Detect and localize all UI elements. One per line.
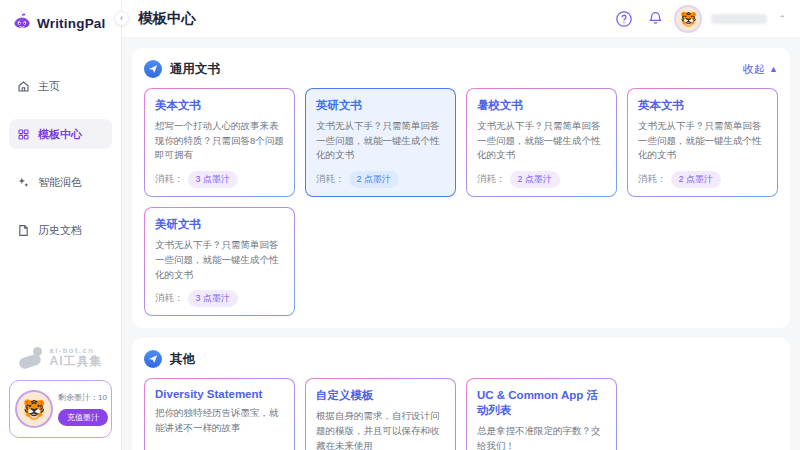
main-area: ‹ 模板中心 🐯 ⌃ 通用文书 [122, 0, 800, 450]
template-card[interactable]: UC & Common App 活动列表总是拿捏不准限定的字数？交给我们！消耗：… [466, 378, 617, 450]
section-title: 其他 [170, 351, 195, 368]
page-title: 模板中心 [138, 9, 196, 28]
document-icon [17, 224, 30, 237]
sidebar-item-history[interactable]: 历史文档 [9, 215, 112, 245]
card-title: 暑校文书 [477, 98, 606, 113]
card-cost-row: 消耗：2 点墨汁 [477, 163, 606, 188]
template-center-content: 通用文书 收起 ▲ 美本文书想写一个打动人心的故事来表现你的特质？只需回答8个问… [122, 38, 800, 450]
section-header: 其他 [144, 348, 778, 370]
ink-remaining-label: 剩余墨汁：10 [58, 392, 107, 403]
user-avatar[interactable]: 🐯 [676, 7, 700, 31]
notifications-bell-icon[interactable] [645, 9, 665, 29]
card-cost-row: 消耗：3 点墨汁 [155, 282, 284, 307]
section-title: 通用文书 [170, 61, 220, 78]
card-description: 文书无从下手？只需简单回答一些问题，就能一键生成个性化的文书 [638, 119, 767, 163]
card-description: 总是拿捏不准限定的字数？交给我们！ [477, 424, 606, 450]
cost-label: 消耗： [477, 173, 506, 186]
cost-badge: 2 点墨汁 [510, 171, 561, 188]
template-card[interactable]: 英研文书文书无从下手？只需简单回答一些问题，就能一键生成个性化的文书消耗：2 点… [305, 88, 456, 197]
template-card-grid: 美本文书想写一个打动人心的故事来表现你的特质？只需回答8个问题即可拥有消耗：3 … [144, 88, 778, 316]
card-title: 美本文书 [155, 98, 284, 113]
cost-badge: 3 点墨汁 [188, 171, 239, 188]
cost-label: 消耗： [638, 173, 667, 186]
home-icon [17, 80, 30, 93]
topbar: 模板中心 🐯 ⌃ [122, 0, 800, 38]
app-logo[interactable]: WritingPal [0, 0, 121, 43]
card-title: 美研文书 [155, 217, 284, 232]
sidebar-item-label: 主页 [38, 79, 60, 94]
user-name-blurred [711, 14, 767, 24]
card-title: 英研文书 [316, 98, 445, 113]
card-description: 文书无从下手？只需简单回答一些问题，就能一键生成个性化的文书 [316, 119, 445, 163]
template-card[interactable]: 美研文书文书无从下手？只需简单回答一些问题，就能一键生成个性化的文书消耗：3 点… [144, 207, 295, 316]
sidebar-item-polish[interactable]: 智能润色 [9, 167, 112, 197]
card-title: Diversity Statement [155, 388, 284, 400]
app-name: WritingPal [37, 16, 106, 31]
sidebar-menu: 主页 模板中心 智能润色 历史文档 [0, 43, 121, 263]
cost-label: 消耗： [155, 173, 184, 186]
help-icon[interactable] [614, 9, 634, 29]
template-card-grid: Diversity Statement把你的独特经历告诉墨宝，就能讲述不一样的故… [144, 378, 778, 450]
send-icon [144, 60, 162, 78]
sidebar: WritingPal 主页 模板中心 智能润色 历史文档 ai-bo [0, 0, 122, 450]
cost-badge: 2 点墨汁 [671, 171, 722, 188]
template-card[interactable]: Diversity Statement把你的独特经历告诉墨宝，就能讲述不一样的故… [144, 378, 295, 450]
card-description: 把你的独特经历告诉墨宝，就能讲述不一样的故事 [155, 406, 284, 435]
ink-balance-card: 🐯 剩余墨汁：10 充值墨汁 [9, 380, 112, 438]
grid-icon [17, 128, 30, 141]
template-card[interactable]: 暑校文书文书无从下手？只需简单回答一些问题，就能一键生成个性化的文书消耗：2 点… [466, 88, 617, 197]
card-description: 文书无从下手？只需简单回答一些问题，就能一键生成个性化的文书 [477, 119, 606, 163]
section-other: 其他 Diversity Statement把你的独特经历告诉墨宝，就能讲述不一… [132, 338, 790, 450]
section-general-docs: 通用文书 收起 ▲ 美本文书想写一个打动人心的故事来表现你的特质？只需回答8个问… [132, 48, 790, 328]
send-icon [144, 350, 162, 368]
template-card[interactable]: 自定义模板根据自身的需求，自行设计问题的模版，并且可以保存和收藏在未来使用消耗：… [305, 378, 456, 450]
sidebar-collapse-button[interactable]: ‹ [114, 11, 129, 26]
watermark-line2: AI工具集 [50, 355, 103, 368]
sidebar-item-label: 历史文档 [38, 223, 82, 238]
section-header: 通用文书 收起 ▲ [144, 58, 778, 80]
cost-label: 消耗： [316, 173, 345, 186]
collapse-section-button[interactable]: 收起 ▲ [743, 62, 778, 77]
app-root: WritingPal 主页 模板中心 智能润色 历史文档 ai-bo [0, 0, 800, 450]
card-cost-row: 消耗：3 点墨汁 [155, 163, 284, 188]
card-cost-row: 消耗：2 点墨汁 [316, 163, 445, 188]
topbar-actions: 🐯 ⌃ [614, 7, 786, 31]
chevron-up-icon: ▲ [769, 64, 778, 74]
template-card[interactable]: 英本文书文书无从下手？只需简单回答一些问题，就能一键生成个性化的文书消耗：2 点… [627, 88, 778, 197]
card-title: 自定义模板 [316, 388, 445, 403]
template-card[interactable]: 美本文书想写一个打动人心的故事来表现你的特质？只需回答8个问题即可拥有消耗：3 … [144, 88, 295, 197]
cost-badge: 2 点墨汁 [349, 171, 400, 188]
chevron-up-icon[interactable]: ⌃ [778, 14, 786, 24]
sidebar-item-home[interactable]: 主页 [9, 71, 112, 101]
cost-label: 消耗： [155, 292, 184, 305]
collapse-label: 收起 [743, 62, 765, 77]
recharge-ink-button[interactable]: 充值墨汁 [58, 409, 108, 426]
card-description: 文书无从下手？只需简单回答一些问题，就能一键生成个性化的文书 [155, 238, 284, 282]
user-avatar: 🐯 [17, 392, 51, 426]
cost-badge: 3 点墨汁 [188, 290, 239, 307]
card-title: UC & Common App 活动列表 [477, 388, 606, 418]
card-cost-row: 消耗：2 点墨汁 [638, 163, 767, 188]
watermark-logo-icon [19, 347, 45, 367]
sidebar-item-label: 模板中心 [38, 127, 82, 142]
card-description: 想写一个打动人心的故事来表现你的特质？只需回答8个问题即可拥有 [155, 119, 284, 163]
card-title: 英本文书 [638, 98, 767, 113]
sidebar-item-templates[interactable]: 模板中心 [9, 119, 112, 149]
card-description: 根据自身的需求，自行设计问题的模版，并且可以保存和收藏在未来使用 [316, 409, 445, 450]
robot-logo-icon [12, 13, 32, 33]
watermark: ai-bot.cn AI工具集 [0, 341, 121, 378]
sidebar-item-label: 智能润色 [38, 175, 82, 190]
sparkles-icon [17, 176, 30, 189]
